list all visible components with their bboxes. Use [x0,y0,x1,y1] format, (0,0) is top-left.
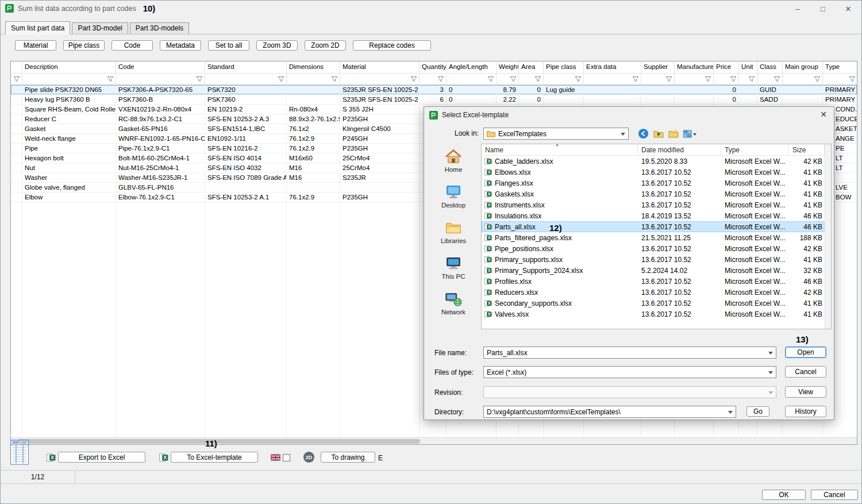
filter-icon[interactable] [632,76,639,82]
column-header[interactable]: Type [823,61,857,73]
replace-codes-button[interactable]: Replace codes [353,40,431,51]
filter-icon[interactable] [534,76,541,82]
filter-icon[interactable] [730,76,737,82]
row-selector[interactable] [11,144,22,153]
dialog-titlebar[interactable]: Select Excel-template ✕ [424,107,834,123]
column-header[interactable]: Manufacturer [675,61,714,73]
scrollbar-thumb[interactable] [18,439,420,444]
dialog-close-icon[interactable]: ✕ [820,110,827,119]
table-row[interactable]: Heavy lug PSK7360 BPSK7360-BPSK7360S235J… [11,95,857,105]
place-home[interactable]: Home [445,148,463,173]
filter-icon[interactable] [774,76,780,82]
place-this-pc[interactable]: This PC [442,255,465,280]
column-header[interactable]: Code [116,61,205,73]
row-selector[interactable] [11,85,22,94]
file-row[interactable]: XPipe_positions.xlsx13.6.2017 10.52Micro… [482,243,825,254]
filter-icon[interactable] [107,76,114,82]
filter-icon[interactable] [849,76,856,82]
file-row[interactable]: XInsulations.xlsx18.4.2019 13.52Microsof… [482,210,825,221]
file-row[interactable]: XGaskets.xlsx13.6.2017 10.52Microsoft Ex… [482,188,825,199]
column-header-type[interactable]: Type [721,144,789,155]
place-network[interactable]: Network [441,291,465,316]
filter-icon[interactable] [510,76,517,82]
zoom-3d-button[interactable]: Zoom 3D [256,40,298,51]
filter-icon[interactable] [814,76,821,82]
file-row[interactable]: XInstruments.xlsx13.6.2017 10.52Microsof… [482,199,825,210]
file-row[interactable]: XPrimary_Supports_2024.xlsx5.2.2024 14.0… [482,265,825,276]
column-header[interactable]: Dimensions [287,61,340,73]
export-to-excel-button[interactable]: Export to Excel [58,452,145,463]
row-selector[interactable] [11,193,22,202]
close-button[interactable]: ✕ [836,1,861,16]
filter-icon[interactable] [487,76,494,82]
files-of-type-select[interactable]: Excel (*.xlsx) [483,366,776,378]
file-row[interactable]: XReducers.xlsx13.6.2017 10.52Microsoft E… [482,287,825,298]
tab-part-3d-model[interactable]: Part 3D-model [72,22,128,34]
file-row[interactable]: XParts_filtered_pages.xlsx21.5.2021 11.2… [482,232,825,243]
go-button[interactable]: Go [746,406,769,417]
file-name-input[interactable]: Parts_all.xlsx [483,347,776,359]
metadata-button[interactable]: Metadata [160,40,201,51]
column-header[interactable]: Class [757,61,783,73]
dialog-cancel-button[interactable]: Cancel [785,366,826,378]
file-row[interactable]: XParts_all.xlsx13.6.2017 10.52Microsoft … [482,221,825,232]
set-to-all-button[interactable]: Set to all [208,40,249,51]
to-excel-template-button[interactable]: To Excel-template [171,452,258,463]
code-button[interactable]: Code [111,40,153,51]
row-selector[interactable] [11,134,22,143]
table-row[interactable]: Pipe slide PSK7320 DN65PSK7306-A-PSK7320… [11,85,857,95]
language-checkbox[interactable] [283,454,290,461]
up-folder-icon[interactable] [653,129,664,138]
column-header[interactable]: Angle/Length [447,61,497,73]
file-row[interactable]: XSecondary_supports.xlsx13.6.2017 10.52M… [482,298,825,309]
place-desktop[interactable]: Desktop [441,184,465,209]
pipe-class-button[interactable]: Pipe class [63,40,105,51]
column-header[interactable]: Weight [497,61,519,73]
file-row[interactable]: XValves.xlsx13.6.2017 10.52Microsoft Exc… [482,309,825,320]
column-header[interactable]: Quantity [420,61,447,73]
back-icon[interactable] [638,128,649,139]
material-button[interactable]: Material [15,40,56,51]
filter-icon[interactable] [278,76,284,82]
row-selector[interactable] [11,114,22,124]
tab-sum-list-part-data[interactable]: Sum list part data [5,21,70,34]
file-row[interactable]: XPrimary_supports.xlsx13.6.2017 10.52Mic… [482,254,825,265]
filter-icon[interactable] [748,76,755,82]
row-selector[interactable] [11,183,22,192]
look-in-select[interactable]: ExcelTemplates [483,128,629,140]
filter-icon[interactable] [13,76,20,82]
horizontal-scrollbar[interactable] [11,437,857,444]
column-header-name[interactable]: Name [482,144,638,155]
column-header-date-modified[interactable]: Date modified [638,144,721,155]
filter-icon[interactable] [437,76,444,82]
column-header[interactable]: Unit [739,61,757,73]
file-row[interactable]: XFlanges.xlsx13.6.2017 10.52Microsoft Ex… [482,178,825,188]
row-selector[interactable] [11,163,22,172]
minimize-button[interactable]: – [785,1,810,16]
column-header[interactable]: Pipe class [544,61,584,73]
row-selector[interactable] [11,124,22,133]
vertical-scrollbar[interactable] [825,144,831,329]
maximize-button[interactable]: □ [810,1,836,16]
place-libraries[interactable]: Libraries [441,220,466,244]
column-header[interactable]: Standard [205,61,287,73]
row-selector[interactable] [11,105,22,114]
file-row[interactable]: XProfiles.xlsx13.6.2017 10.52Microsoft E… [482,276,825,287]
view-menu-icon[interactable] [683,130,696,138]
column-header[interactable]: Main group [783,61,823,73]
filter-icon[interactable] [196,76,203,82]
directory-input[interactable]: D:\vxg4plant\custom\forms\ExcelTemplates… [483,406,736,418]
ok-button[interactable]: OK [762,490,806,500]
to-drawing-button[interactable]: To drawing [321,452,375,463]
column-header[interactable]: Area [519,61,544,73]
tab-part-3d-models[interactable]: Part 3D-models [130,22,189,34]
history-button[interactable]: History [785,406,826,417]
row-selector[interactable] [11,153,22,163]
view-button[interactable]: View [785,386,826,398]
zoom-2d-button[interactable]: Zoom 2D [305,40,346,51]
column-header[interactable]: Material [340,61,420,73]
new-folder-icon[interactable] [668,129,679,138]
filter-icon[interactable] [410,76,417,82]
row-selector[interactable] [11,95,22,104]
filter-icon[interactable] [575,76,582,82]
